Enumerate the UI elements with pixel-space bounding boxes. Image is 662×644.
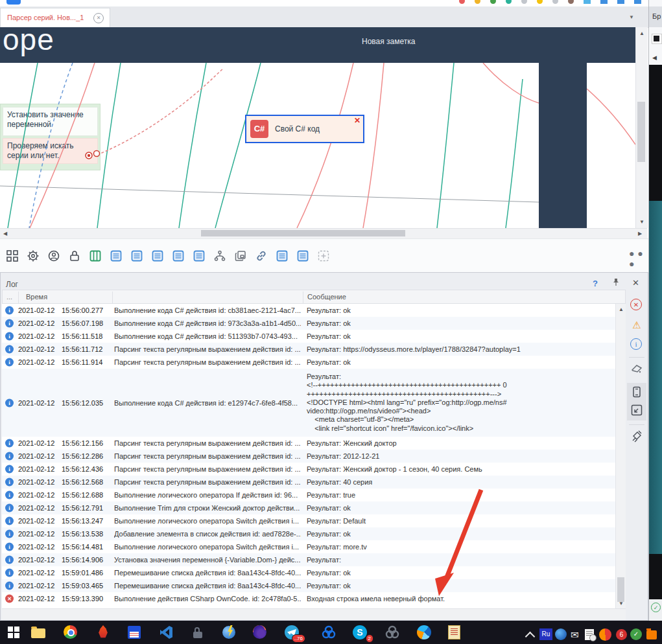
log-row[interactable]: i 2021-02-12 15:56:12.035 Выполнение код… <box>2 369 615 437</box>
scroll-up-icon[interactable]: ▲ <box>639 30 644 37</box>
block-set-variable[interactable]: Установить значение переменной <box>3 107 98 136</box>
log-bottom-scrollbar[interactable] <box>2 608 626 620</box>
orange-folder-tray-icon[interactable] <box>646 624 662 641</box>
green-check-tray-icon[interactable]: ✓ <box>630 624 647 641</box>
favicon-dot[interactable] <box>490 0 496 4</box>
list-blue-icon[interactable] <box>276 250 288 262</box>
favicon-square[interactable] <box>634 0 641 4</box>
file-explorer-icon[interactable] <box>31 624 48 641</box>
canvas-page-2[interactable] <box>587 63 635 228</box>
lock-icon[interactable] <box>69 250 80 262</box>
canvas-hscroll-thumb[interactable] <box>201 230 405 236</box>
toolbar-more-button[interactable]: ● ● ● <box>629 248 648 269</box>
log-col-time[interactable]: Время <box>26 293 47 301</box>
log-row[interactable]: ✕ 2021-02-12 15:59:13.390 Выполнение дей… <box>2 592 615 605</box>
group-block[interactable]: Установить значение переменной Проверяем… <box>0 104 100 170</box>
filter-info-icon[interactable]: i <box>630 338 642 350</box>
copy-icon[interactable] <box>235 250 246 262</box>
log-vertical-scrollbar[interactable]: ▲ ▼ <box>615 304 626 608</box>
favicon-dot[interactable] <box>568 0 574 4</box>
lock-app-icon[interactable] <box>189 624 206 641</box>
list-blue-icon[interactable] <box>193 250 205 262</box>
favicon-square[interactable] <box>600 0 608 4</box>
list-blue-icon[interactable] <box>172 250 184 262</box>
list-blue-icon[interactable] <box>110 250 122 262</box>
clear-log-broom-icon[interactable] <box>630 430 643 443</box>
favicon-dot[interactable] <box>521 0 527 4</box>
favicon-square[interactable] <box>584 0 591 4</box>
table-green-icon[interactable] <box>89 250 101 262</box>
log-row[interactable]: i 2021-02-12 15:56:12.688 Выполнение лог… <box>2 489 615 501</box>
document-app-icon[interactable] <box>446 624 463 641</box>
scroll-down-icon[interactable]: ▼ <box>639 219 644 225</box>
link-icon[interactable] <box>255 250 267 262</box>
list-blue-icon[interactable] <box>131 250 143 262</box>
device-preview-icon[interactable] <box>630 385 643 398</box>
log-row[interactable]: i 2021-02-12 15:56:00.277 Выполнение код… <box>2 304 615 317</box>
tab-parser-series[interactable]: Парсер серий. Нов..._1 ✕ <box>0 8 110 28</box>
thunderbird-tray-icon[interactable] <box>555 624 572 641</box>
log-col-message[interactable]: Сообщение <box>307 293 346 301</box>
favicon-dot[interactable] <box>459 0 465 4</box>
log-row[interactable]: i 2021-02-12 15:59:01.486 Перемешивание … <box>2 566 615 579</box>
block-csharp-code[interactable]: C# Свой C# код ✕ <box>245 115 364 143</box>
log-row[interactable]: i 2021-02-12 15:56:11.914 Парсинг текста… <box>2 356 615 369</box>
log-row[interactable]: i 2021-02-12 15:56:12.156 Парсинг текста… <box>2 437 615 450</box>
skype-icon[interactable]: S2 <box>351 624 368 641</box>
block-close-icon[interactable]: ✕ <box>354 116 361 125</box>
log-row[interactable]: i 2021-02-12 15:56:12.436 Парсинг текста… <box>2 463 615 476</box>
favicon-dot[interactable] <box>552 0 558 4</box>
top-blue-button[interactable] <box>6 0 21 5</box>
flow-branch-icon[interactable] <box>214 250 226 262</box>
tab-close-icon[interactable]: ✕ <box>93 13 104 23</box>
column-separator[interactable] <box>18 292 19 303</box>
block-check-series[interactable]: Проверяем искать серии или нет. <box>3 138 98 164</box>
language-indicator[interactable]: Ru <box>539 624 556 641</box>
vscode-icon[interactable] <box>158 624 174 641</box>
expand-icon[interactable] <box>630 404 643 417</box>
favicon-dot[interactable] <box>475 0 480 4</box>
scroll-up-icon[interactable]: ▲ <box>619 306 624 313</box>
canvas-page[interactable]: Установить значение переменной Проверяем… <box>0 63 539 228</box>
log-row[interactable]: i 2021-02-12 15:56:13.538 Добавление эле… <box>2 527 615 540</box>
browser-panel-icon[interactable] <box>652 34 662 44</box>
settings-gear-icon[interactable] <box>27 250 39 262</box>
browser-panel-tab[interactable]: Бр <box>649 6 662 27</box>
trefoil-blue-icon[interactable] <box>320 624 337 641</box>
profile-icon[interactable] <box>48 250 60 262</box>
start-button[interactable] <box>5 624 22 641</box>
column-separator[interactable] <box>303 292 303 303</box>
apps-grid-icon[interactable] <box>6 250 18 262</box>
scroll-right-icon[interactable]: ▶ <box>638 231 642 237</box>
log-row[interactable]: i 2021-02-12 15:56:12.791 Выполнение Tri… <box>2 501 615 514</box>
log-vscroll-thumb[interactable] <box>617 577 624 602</box>
log-row[interactable]: i 2021-02-12 15:56:12.286 Парсинг текста… <box>2 450 615 463</box>
list-blue-icon[interactable] <box>152 250 163 262</box>
log-row[interactable]: i 2021-02-12 15:56:11.712 Парсинг текста… <box>2 343 615 356</box>
log-pin-icon[interactable] <box>613 278 619 286</box>
list-blue-icon[interactable] <box>297 250 309 262</box>
tab-list-dropdown-icon[interactable]: ▼ <box>629 14 634 20</box>
log-help-button[interactable]: ? <box>593 279 598 288</box>
flame-app-icon[interactable] <box>95 624 112 641</box>
capture-region-icon[interactable] <box>318 250 329 262</box>
log-row[interactable]: i 2021-02-12 15:56:14.481 Выполнение лог… <box>2 540 615 553</box>
log-row[interactable]: i 2021-02-12 15:56:07.198 Выполнение код… <box>2 317 615 330</box>
trefoil-gray-icon[interactable] <box>384 624 401 641</box>
favicon-dot[interactable] <box>537 0 543 4</box>
log-close-icon[interactable]: ✕ <box>632 278 639 288</box>
cleaner-tray-icon[interactable] <box>599 624 616 641</box>
telegram-icon[interactable]: ..76 <box>283 624 300 641</box>
collapse-left-icon[interactable]: ◀ <box>652 54 657 61</box>
firefox-like-icon[interactable] <box>252 624 268 641</box>
log-row[interactable]: i 2021-02-12 15:56:13.247 Выполнение лог… <box>2 514 615 527</box>
favicon-square[interactable] <box>617 0 624 4</box>
chrome-icon[interactable] <box>62 624 79 641</box>
flow-canvas[interactable]: ope Новая заметка Установить значение пе… <box>0 27 635 228</box>
log-row[interactable]: i 2021-02-12 15:56:11.518 Выполнение код… <box>2 330 615 343</box>
favicon-dot[interactable] <box>506 0 512 4</box>
canvas-vscroll-thumb[interactable] <box>637 102 645 162</box>
filter-errors-icon[interactable]: ✕ <box>630 299 642 310</box>
bird-app-icon[interactable] <box>416 624 432 641</box>
log-row[interactable]: i 2021-02-12 15:59:03.465 Перемешивание … <box>2 579 615 592</box>
